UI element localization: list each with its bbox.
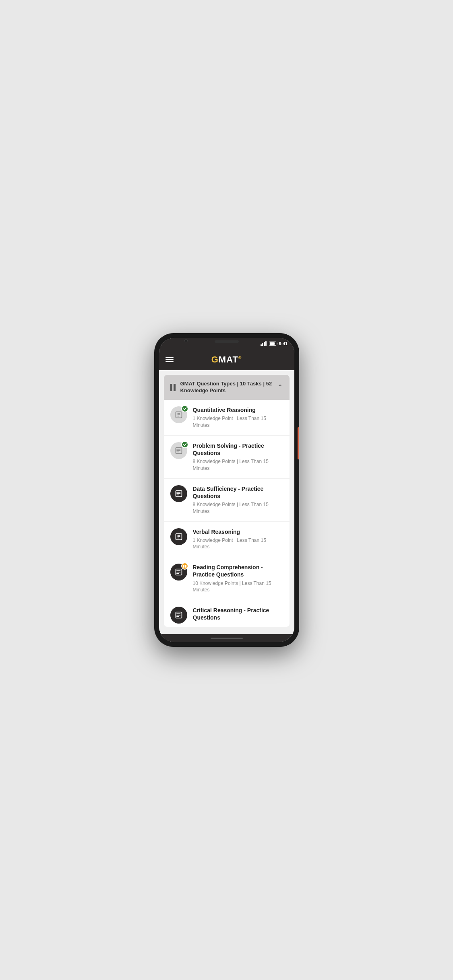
item-icon-wrap	[170, 528, 187, 545]
item-icon-wrap	[170, 406, 187, 423]
speaker	[215, 340, 239, 343]
item-icon-wrap	[170, 607, 187, 624]
svg-point-34	[176, 615, 177, 616]
svg-point-17	[176, 494, 177, 495]
app-logo: GMAT®	[211, 354, 242, 365]
svg-point-9	[176, 450, 177, 451]
svg-point-28	[176, 573, 177, 574]
item-icon-critical-reasoning	[170, 607, 187, 624]
section-title: GMAT Question Types | 10 Tasks | 52 Know…	[180, 381, 277, 394]
section-card: GMAT Question Types | 10 Tasks | 52 Know…	[164, 375, 290, 627]
section-pause-icon	[170, 384, 176, 391]
item-text: Problem Solving - Practice Questions 8 K…	[193, 442, 283, 472]
bottom-bar	[159, 634, 294, 642]
item-meta: 8 Knowledge Points | Less Than 15 Minute…	[193, 458, 283, 472]
item-title: Quantitative Reasoning	[193, 406, 283, 414]
item-text: Critical Reasoning - Practice Questions	[193, 607, 283, 623]
item-title: Data Sufficiency - Practice Questions	[193, 485, 283, 500]
item-icon-wrap	[170, 442, 187, 459]
svg-point-33	[176, 614, 177, 614]
signal-icon	[261, 341, 267, 346]
menu-button[interactable]	[165, 357, 174, 362]
item-meta: 1 Knowledge Point | Less Than 15 Minutes	[193, 537, 283, 551]
list-item[interactable]: Reading Comprehension - Practice Questio…	[164, 557, 290, 600]
check-badge	[181, 441, 188, 448]
item-meta: 8 Knowledge Points | Less Than 15 Minute…	[193, 501, 283, 515]
svg-point-16	[176, 493, 177, 494]
item-icon-data-sufficiency	[170, 485, 187, 502]
item-text: Verbal Reasoning 1 Knowledge Point | Les…	[193, 528, 283, 551]
svg-point-10	[176, 451, 177, 452]
check-badge	[181, 405, 188, 412]
pause-badge	[181, 562, 188, 570]
chevron-up-icon[interactable]: ⌃	[277, 383, 283, 392]
svg-point-35	[176, 616, 177, 617]
section-header[interactable]: GMAT Question Types | 10 Tasks | 52 Know…	[164, 375, 290, 400]
camera	[184, 339, 188, 342]
battery-icon	[269, 342, 276, 346]
item-title: Critical Reasoning - Practice Questions	[193, 607, 283, 621]
app-header: GMAT®	[159, 349, 294, 370]
status-time: 9:41	[279, 341, 288, 346]
svg-point-8	[176, 449, 177, 449]
item-icon-wrap	[170, 485, 187, 502]
list-item[interactable]: Critical Reasoning - Practice Questions	[164, 600, 290, 627]
item-text: Data Sufficiency - Practice Questions 8 …	[193, 485, 283, 515]
item-meta: 1 Knowledge Point | Less Than 15 Minutes	[193, 415, 283, 429]
item-icon-wrap	[170, 564, 187, 581]
main-content: GMAT Question Types | 10 Tasks | 52 Know…	[159, 370, 294, 634]
item-icon-verbal-reasoning	[170, 528, 187, 545]
item-title: Problem Solving - Practice Questions	[193, 442, 283, 457]
item-meta: 10 Knowledge Points | Less Than 15 Minut…	[193, 580, 283, 594]
list-item[interactable]: Data Sufficiency - Practice Questions 8 …	[164, 479, 290, 522]
list-item[interactable]: Verbal Reasoning 1 Knowledge Point | Les…	[164, 522, 290, 558]
scroll-indicator	[298, 427, 299, 459]
list-item[interactable]: Quantitative Reasoning 1 Knowledge Point…	[164, 400, 290, 436]
svg-point-15	[176, 492, 177, 492]
svg-point-27	[176, 572, 177, 572]
phone-device: 9:41 GMAT®	[154, 333, 299, 647]
svg-point-26	[176, 570, 177, 571]
home-indicator	[211, 638, 243, 639]
status-bar: 9:41	[159, 338, 294, 349]
item-title: Verbal Reasoning	[193, 528, 283, 535]
item-text: Quantitative Reasoning 1 Knowledge Point…	[193, 406, 283, 429]
item-title: Reading Comprehension - Practice Questio…	[193, 564, 283, 578]
item-text: Reading Comprehension - Practice Questio…	[193, 564, 283, 593]
list-item[interactable]: Problem Solving - Practice Questions 8 K…	[164, 436, 290, 479]
